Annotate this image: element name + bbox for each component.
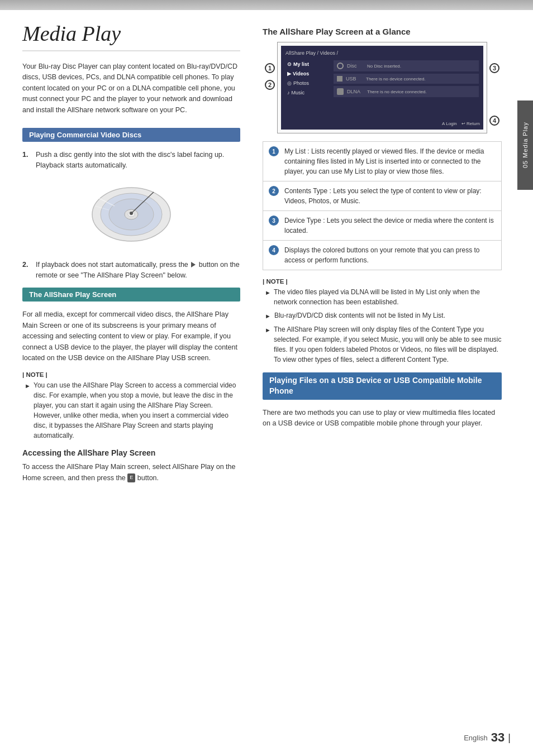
screen-diagram-container: 1 2 3 4 AllShare Play / Videos / ⊙ My li…	[277, 42, 487, 133]
page-number: 33	[491, 730, 505, 745]
right-note-text-2: Blu-ray/DVD/CD disk contents will not be…	[274, 310, 445, 321]
sub-heading: Accessing the AllShare Play Screen	[22, 448, 240, 457]
diagram-inner: AllShare Play / Videos / ⊙ My list ▶ Vid…	[281, 46, 483, 130]
usb-device-status: There is no device connected.	[366, 76, 426, 82]
mylist-label: My list	[293, 61, 309, 67]
diagram-left-panel: ⊙ My list ▶ Videos ◎ Photos	[285, 60, 330, 97]
diagram-label-3: 3	[489, 63, 499, 73]
videos-label: Videos	[293, 71, 309, 76]
music-icon: ♪	[287, 90, 290, 95]
play-icon	[191, 262, 196, 267]
page-footer: English 33 |	[464, 730, 511, 745]
top-bar	[0, 0, 533, 10]
usb-section: Playing Files on a USB Device or USB Com…	[263, 372, 502, 429]
diagram-breadcrumb: AllShare Play / Videos /	[285, 50, 479, 56]
videos-item: ▶ Videos	[285, 70, 330, 78]
info-row-3: 3 Device Type : Lets you select the devi…	[263, 211, 501, 241]
dlna-device-row: DLNA There is no device connected.	[334, 86, 479, 97]
videos-icon: ▶	[287, 71, 291, 76]
usb-section-body: There are two methods you can use to pla…	[263, 408, 502, 429]
right-column: The AllShare Play Screen at a Glance 1 2…	[257, 10, 517, 508]
note-item-1: ► You can use the AllShare Play Screen t…	[22, 380, 240, 441]
login-button-label: A Login	[442, 121, 457, 126]
note-label-1: | NOTE |	[22, 371, 240, 378]
info-badge-3: 3	[269, 216, 279, 226]
right-note-text-1: The video files played via DLNA will be …	[274, 287, 502, 307]
section2-body: For all media, except for commercail vid…	[22, 309, 240, 363]
info-text-4: Displays the colored buttons on your rem…	[284, 245, 496, 265]
music-label: Music	[292, 90, 305, 95]
right-bullet-2: ►	[265, 312, 271, 321]
bullet-1: ►	[25, 381, 30, 441]
disc-device-label: Disc	[347, 63, 364, 69]
right-note-item-1: ► The video files played via DLNA will b…	[263, 287, 502, 307]
right-note-label: | NOTE |	[263, 278, 502, 285]
page-title: Media Play	[22, 21, 240, 51]
right-bullet-3: ►	[265, 326, 270, 365]
step-2: 2. If playback does not start automatica…	[22, 260, 240, 281]
usb-section-header: Playing Files on a USB Device or USB Com…	[263, 372, 502, 400]
disc-svg	[81, 181, 182, 248]
content-wrapper: Media Play Your Blu-ray Disc Player can …	[0, 10, 533, 508]
enter-button-icon: E	[127, 473, 135, 482]
note-item-1-text: You can use the AllShare Play Screen to …	[34, 380, 240, 441]
diagram-layout: ⊙ My list ▶ Videos ◎ Photos	[285, 60, 479, 97]
screen-section-header: The AllShare Play Screen at a Glance	[263, 27, 502, 36]
right-note-item-3: ► The AllShare Play screen will only dis…	[263, 324, 502, 365]
right-note-item-2: ► Blu-ray/DVD/CD disk contents will not …	[263, 310, 502, 321]
disc-device-icon	[337, 63, 344, 69]
disc-device-status: No Disc inserted.	[367, 64, 401, 69]
intro-text: Your Blu-ray Disc Player can play conten…	[22, 61, 240, 116]
screen-diagram: AllShare Play / Videos / ⊙ My list ▶ Vid…	[277, 42, 487, 133]
right-note-text-3: The AllShare Play screen will only displ…	[274, 324, 502, 365]
info-text-1: My List : Lists recently played or viewe…	[284, 146, 496, 176]
photos-label: Photos	[293, 80, 309, 86]
diagram-label-2: 2	[265, 80, 275, 90]
left-column: Media Play Your Blu-ray Disc Player can …	[0, 10, 257, 508]
mylist-icon: ⊙	[287, 61, 292, 67]
step-1: 1. Push a disc gently into the slot with…	[22, 150, 240, 171]
dlna-device-icon	[337, 88, 344, 95]
info-row-4: 4 Displays the colored buttons on your r…	[263, 241, 501, 270]
footer-lang: English	[464, 734, 488, 742]
right-bullet-1: ►	[265, 288, 270, 307]
info-badge-4: 4	[269, 245, 279, 255]
info-badge-2: 2	[269, 186, 279, 196]
diagram-right-panel: Disc No Disc inserted. USB There is no d…	[334, 60, 479, 97]
step-1-text: Push a disc gently into the slot with th…	[36, 150, 240, 171]
note-box-1: | NOTE | ► You can use the AllShare Play…	[22, 371, 240, 441]
info-text-3: Device Type : Lets you select the device…	[284, 216, 496, 236]
info-text-2: Contents Type : Lets you select the type…	[284, 186, 496, 206]
subsection-body: To access the AllShare Play Main screen,…	[22, 462, 240, 484]
photos-item: ◎ Photos	[285, 79, 330, 87]
footer-bar: |	[508, 732, 511, 744]
section2-header: The AllShare Play Screen	[22, 288, 240, 302]
usb-device-row: USB There is no device connected.	[334, 74, 479, 84]
info-row-1: 1 My List : Lists recently played or vie…	[263, 142, 501, 181]
step-1-num: 1.	[22, 150, 31, 171]
info-row-2: 2 Contents Type : Lets you select the ty…	[263, 181, 501, 211]
info-table: 1 My List : Lists recently played or vie…	[263, 141, 502, 270]
disc-device-row: Disc No Disc inserted.	[334, 60, 479, 71]
mylist-item: ⊙ My list	[285, 60, 330, 68]
music-item: ♪ Music	[285, 89, 330, 97]
diagram-bottom: A Login ↩ Return	[442, 121, 480, 126]
diagram-label-1: 1	[265, 63, 275, 73]
side-tab: 05 Media Play	[517, 101, 533, 190]
info-badge-1: 1	[269, 146, 279, 156]
photos-icon: ◎	[287, 80, 292, 86]
diagram-label-4: 4	[489, 116, 499, 126]
usb-device-icon	[337, 76, 342, 82]
return-button-label: ↩ Return	[461, 121, 480, 126]
right-note-box: | NOTE | ► The video files played via DL…	[263, 278, 502, 365]
usb-device-label: USB	[346, 76, 363, 82]
dlna-device-label: DLNA	[347, 89, 364, 94]
svg-point-8	[130, 212, 133, 215]
section1-header: Playing Commercial Video Discs	[22, 128, 240, 142]
disc-illustration	[75, 178, 187, 251]
step-2-num: 2.	[22, 260, 31, 281]
dlna-device-status: There is no device connected.	[367, 89, 427, 94]
step-2-text: If playback does not start automatically…	[36, 260, 240, 281]
subsection-body-suffix: button.	[137, 474, 159, 482]
